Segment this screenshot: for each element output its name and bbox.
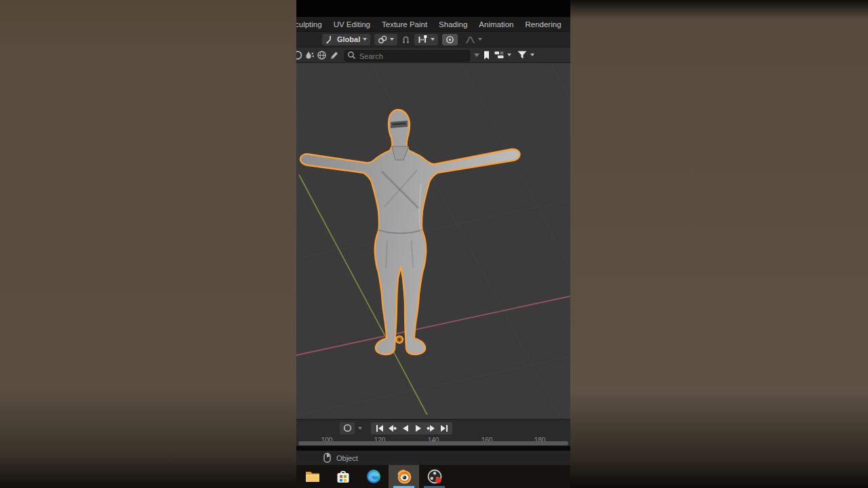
mode-icon-group <box>296 50 339 60</box>
jump-to-end-button[interactable] <box>437 422 450 434</box>
search-input[interactable] <box>344 50 470 62</box>
viewport-grid <box>296 63 570 419</box>
timeline-frame-ruler[interactable]: 100 120 140 160 180 <box>296 436 570 446</box>
collapse-chevron-icon[interactable] <box>474 54 479 57</box>
blender-window: culpting UV Editing Texture Paint Shadin… <box>296 0 570 488</box>
transform-orientation-dropdown[interactable]: Global <box>322 34 370 45</box>
tab-sculpting[interactable]: culpting <box>296 20 322 28</box>
taskbar-microsoft-edge[interactable] <box>358 465 389 488</box>
microsoft-store-icon <box>335 468 351 485</box>
chevron-down-icon <box>530 54 534 56</box>
chevron-down-icon[interactable] <box>358 427 362 430</box>
chevron-down-icon <box>507 54 511 56</box>
display-mode-icon[interactable] <box>494 50 505 60</box>
snap-magnet-icon[interactable] <box>401 35 410 44</box>
tab-shading[interactable]: Shading <box>439 20 467 28</box>
jump-to-start-button[interactable] <box>373 422 386 434</box>
search-field-wrap <box>344 49 470 61</box>
timeline-playback-bar <box>296 419 570 436</box>
selected-character-model <box>300 110 520 354</box>
mode-circle-icon[interactable] <box>296 50 302 60</box>
taskbar-microsoft-store[interactable] <box>328 465 358 488</box>
proportional-editing-toggle[interactable] <box>442 34 458 45</box>
proportional-editing-icon <box>446 35 454 44</box>
status-mode-label: Object <box>336 454 358 462</box>
auto-keying-button[interactable] <box>340 422 355 434</box>
file-explorer-icon <box>304 468 321 485</box>
tab-uv-editing[interactable]: UV Editing <box>334 20 370 28</box>
outliner-filter-icons <box>474 50 534 60</box>
viewport-3d[interactable] <box>296 63 570 419</box>
microsoft-edge-icon <box>366 468 382 485</box>
transform-orientation-value: Global <box>337 35 360 43</box>
tab-texture-paint[interactable]: Texture Paint <box>382 20 427 28</box>
timeline-scrollbar[interactable] <box>298 441 568 445</box>
chevron-down-icon <box>431 38 435 41</box>
tab-animation[interactable]: Animation <box>479 20 513 28</box>
obs-studio-icon <box>427 468 443 485</box>
paint-drop-icon[interactable] <box>304 50 315 60</box>
blender-icon <box>396 468 412 485</box>
viewport-header-toolbar: Global <box>296 32 570 47</box>
previous-keyframe-button[interactable] <box>386 422 399 434</box>
play-button[interactable] <box>412 422 425 434</box>
video-letterbox-top <box>296 0 570 17</box>
transform-orientation-icon <box>326 35 334 44</box>
next-keyframe-button[interactable] <box>425 422 437 434</box>
texture-sphere-icon[interactable] <box>317 50 327 60</box>
workspace-tabs: culpting UV Editing Texture Paint Shadin… <box>296 17 570 32</box>
mouse-hint-icon <box>323 453 331 463</box>
status-bar: Object <box>296 451 570 465</box>
transport-controls <box>371 422 452 434</box>
viewport-canvas <box>296 63 570 419</box>
falloff-curve-dropdown[interactable] <box>462 34 486 45</box>
axis-x-red <box>296 296 570 355</box>
outliner-header <box>296 47 570 63</box>
pivot-point-dropdown[interactable] <box>374 34 397 45</box>
taskbar-obs-studio[interactable] <box>419 465 450 488</box>
brush-icon[interactable] <box>329 50 339 60</box>
search-icon <box>347 51 356 60</box>
filter-icon[interactable] <box>517 50 528 60</box>
play-reverse-button[interactable] <box>399 422 412 434</box>
chevron-down-icon <box>478 38 482 41</box>
pivot-point-icon <box>378 35 387 44</box>
taskbar-file-explorer[interactable] <box>297 465 328 488</box>
blurred-backdrop-left <box>0 0 296 488</box>
falloff-curve-icon <box>465 35 475 44</box>
windows-taskbar <box>296 465 570 488</box>
object-origin-point <box>396 336 403 343</box>
bookmark-icon[interactable] <box>482 50 491 60</box>
snapping-options-icon <box>418 35 428 43</box>
chevron-down-icon <box>390 38 394 41</box>
chevron-down-icon <box>363 38 367 41</box>
tab-rendering[interactable]: Rendering <box>525 20 561 28</box>
blurred-backdrop-right <box>570 0 868 488</box>
record-circle-icon <box>343 424 352 432</box>
taskbar-blender[interactable] <box>389 465 419 488</box>
snapping-options-dropdown[interactable] <box>414 34 438 45</box>
window-edge-strip <box>296 446 570 451</box>
